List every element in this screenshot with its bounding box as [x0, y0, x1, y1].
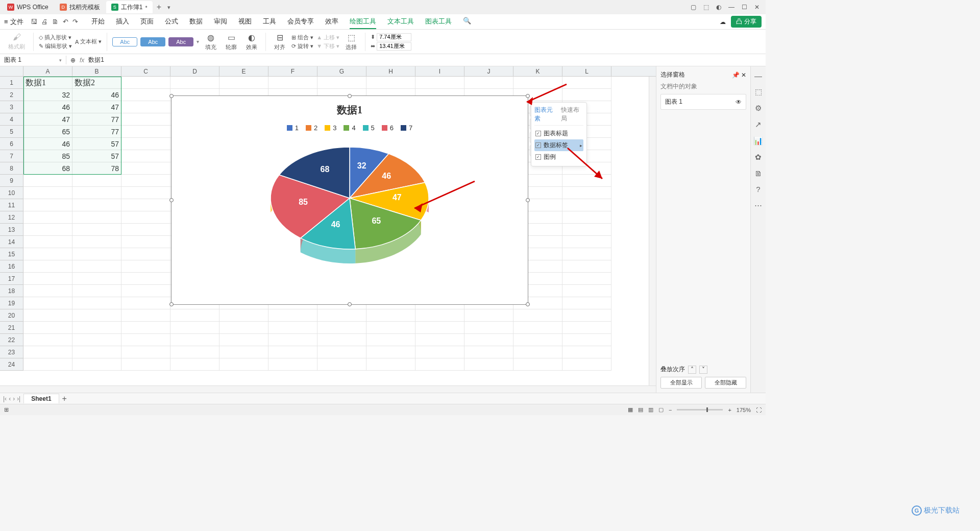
search-icon[interactable]: 🔍	[463, 15, 471, 29]
select-button[interactable]: ⬚选择	[342, 33, 360, 51]
select-all-corner[interactable]	[0, 66, 23, 76]
help-icon[interactable]: ?	[756, 185, 760, 194]
avatar-icon[interactable]: ◐	[716, 4, 721, 11]
rotate-button[interactable]: ⟳ 旋转 ▾	[291, 42, 313, 50]
min-button[interactable]: —	[728, 4, 734, 11]
tools-side-icon[interactable]: ✿	[755, 153, 762, 162]
fullscreen-icon[interactable]: ⛶	[756, 407, 762, 413]
cloud-icon[interactable]: ☁	[720, 18, 726, 26]
horizontal-scrollbar[interactable]	[0, 385, 656, 393]
undo-icon[interactable]: ↶	[63, 18, 68, 26]
width-input[interactable]: ⬌	[371, 42, 411, 51]
new-tab-button[interactable]: +	[154, 3, 164, 12]
first-sheet-button[interactable]: |‹	[3, 395, 7, 402]
menu-efficiency[interactable]: 效率	[325, 15, 338, 29]
tab-template[interactable]: D找稻壳模板	[55, 1, 105, 13]
col-D[interactable]: D	[170, 66, 219, 76]
order-down-button[interactable]: ˅	[699, 366, 707, 374]
formula-input[interactable]: 数据1	[88, 56, 104, 64]
settings-icon[interactable]: ⚙	[755, 104, 762, 113]
chart-side-icon[interactable]: 📊	[753, 136, 763, 146]
more-icon[interactable]: ⋯	[754, 201, 762, 210]
chart-title[interactable]: 数据1	[172, 96, 528, 121]
fx-cancel-icon[interactable]: ⊕	[70, 57, 76, 64]
group-button[interactable]: ⊞ 组合 ▾	[291, 34, 313, 41]
order-up-button[interactable]: ˄	[688, 366, 696, 374]
pin-icon[interactable]: 📌	[732, 71, 740, 79]
vertical-scrollbar[interactable]	[649, 77, 656, 393]
share-side-icon[interactable]: ↗	[755, 120, 762, 129]
save-icon[interactable]: 🖫	[31, 18, 37, 26]
menu-insert[interactable]: 插入	[116, 15, 129, 29]
max-button[interactable]: ☐	[742, 4, 747, 11]
toggle-chart-title[interactable]: ✓图表标题	[534, 128, 583, 139]
zoom-out-button[interactable]: −	[669, 407, 672, 413]
close-icon[interactable]: •	[145, 4, 147, 11]
sheet-tab[interactable]: Sheet1	[23, 394, 59, 403]
tab-app[interactable]: WWPS Office	[2, 1, 54, 13]
col-B[interactable]: B	[72, 66, 121, 76]
menu-review[interactable]: 审阅	[214, 15, 227, 29]
print-icon[interactable]: 🖨	[41, 18, 48, 26]
last-sheet-button[interactable]: ›|	[17, 395, 20, 402]
outline-button[interactable]: ▭轮廓	[223, 33, 240, 51]
shape-style-1[interactable]: Abc	[112, 37, 137, 46]
col-J[interactable]: J	[464, 66, 513, 76]
edit-shape-button[interactable]: ✎ 编辑形状 ▾	[39, 42, 72, 50]
file-menu[interactable]: ≡ 文件	[4, 17, 23, 27]
view-read-icon[interactable]: ▢	[658, 406, 664, 413]
menu-start[interactable]: 开始	[91, 15, 105, 29]
col-C[interactable]: C	[121, 66, 170, 76]
menu-member[interactable]: 会员专享	[287, 15, 314, 29]
add-sheet-button[interactable]: +	[59, 394, 70, 403]
visibility-icon[interactable]: 👁	[736, 99, 742, 106]
sheet-area[interactable]: A B C D E F G H I J K L 1234567891011121…	[0, 66, 656, 393]
collapse-icon[interactable]: —	[754, 71, 762, 80]
col-L[interactable]: L	[562, 66, 611, 76]
effect-button[interactable]: ◐效果	[243, 33, 260, 51]
win-cube-icon[interactable]: ⬚	[703, 4, 709, 11]
menu-chart-tools[interactable]: 图表工具	[425, 15, 452, 29]
tab-workbook[interactable]: S工作簿1•	[106, 1, 153, 13]
view-normal-icon[interactable]: ▦	[628, 406, 633, 413]
col-K[interactable]: K	[513, 66, 562, 76]
preview-icon[interactable]: 🗎	[52, 18, 59, 26]
menu-tools[interactable]: 工具	[263, 15, 276, 29]
popup-tab-layout[interactable]: 快速布局	[561, 106, 583, 123]
zoom-value[interactable]: 175%	[737, 407, 751, 413]
share-button[interactable]: 凸 分享	[731, 16, 762, 28]
move-down-button[interactable]: ▼ 下移 ▾	[316, 42, 339, 50]
view-page-icon[interactable]: ▤	[638, 406, 643, 413]
col-F[interactable]: F	[268, 66, 317, 76]
shape-style-2[interactable]: Abc	[140, 37, 165, 46]
menu-page[interactable]: 页面	[140, 15, 154, 29]
shape-style-3[interactable]: Abc	[168, 37, 193, 46]
popup-tab-elements[interactable]: 图表元素	[534, 106, 557, 123]
align-button[interactable]: ⊟对齐	[271, 33, 288, 51]
height-input[interactable]: ⬍	[371, 33, 411, 41]
row-1[interactable]: 1	[0, 77, 23, 89]
select-tool-icon[interactable]: ⬚	[755, 87, 762, 96]
fill-button[interactable]: ◍填充	[202, 33, 219, 51]
col-G[interactable]: G	[317, 66, 366, 76]
move-up-button[interactable]: ▲ 上移 ▾	[316, 34, 339, 41]
name-box[interactable]: 图表 1▾	[0, 56, 66, 64]
format-painter-button[interactable]: 🖌格式刷	[5, 33, 28, 51]
col-H[interactable]: H	[366, 66, 415, 76]
view-break-icon[interactable]: ▥	[648, 406, 653, 413]
insert-shape-button[interactable]: ◇ 插入形状 ▾	[39, 34, 72, 41]
zoom-in-button[interactable]: +	[728, 407, 731, 413]
chart-legend[interactable]: 1234567	[172, 121, 528, 137]
prev-sheet-button[interactable]: ‹	[9, 395, 11, 402]
menu-data[interactable]: 数据	[189, 15, 203, 29]
col-A[interactable]: A	[23, 66, 72, 76]
redo-icon[interactable]: ↷	[72, 18, 78, 26]
close-pane-icon[interactable]: ✕	[741, 71, 746, 79]
style-more-button[interactable]: ▾	[197, 39, 199, 44]
col-I[interactable]: I	[415, 66, 464, 76]
menu-text-tools[interactable]: 文本工具	[387, 15, 414, 29]
menu-view[interactable]: 视图	[238, 15, 252, 29]
text-box-button[interactable]: A 文本框 ▾	[75, 38, 102, 45]
next-sheet-button[interactable]: ›	[13, 395, 15, 402]
show-all-button[interactable]: 全部显示	[660, 377, 702, 389]
